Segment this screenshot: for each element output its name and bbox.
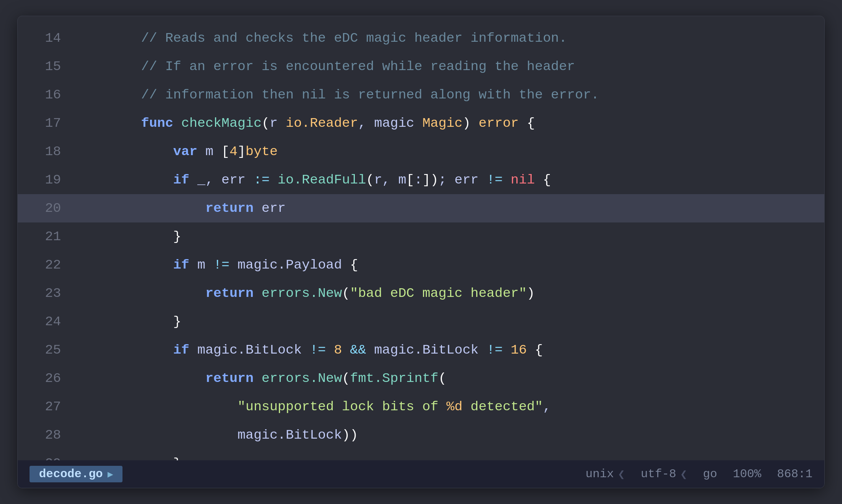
status-bar: decode.go unix ❮ utf-8 ❮ go 100% 868:1 — [18, 460, 824, 488]
line-number-29: 29 — [18, 449, 73, 460]
chevron-icon-encoding: ❮ — [680, 467, 687, 482]
line-content-30: return nil — [73, 449, 824, 460]
status-encoding[interactable]: utf-8 ❮ — [641, 467, 687, 482]
editor-window: 14 // Reads and checks the eDC magic hea… — [17, 16, 825, 488]
line-number-22: 22 — [18, 251, 73, 279]
line-number-15: 15 — [18, 52, 73, 81]
status-line-ending[interactable]: unix ❮ — [586, 467, 625, 482]
line-number-26: 26 — [18, 364, 73, 393]
line-number-28: 28 — [18, 421, 73, 449]
line-number-24: 24 — [18, 308, 73, 336]
status-language[interactable]: go — [703, 467, 717, 481]
line-ending-value: unix — [586, 467, 614, 481]
zoom-value: 100% — [733, 467, 761, 481]
filename-label: decode.go — [39, 467, 103, 481]
encoding-value: utf-8 — [641, 467, 676, 481]
code-area[interactable]: 14 // Reads and checks the eDC magic hea… — [18, 16, 824, 460]
status-zoom: 100% — [733, 467, 761, 481]
chevron-icon-line-ending: ❮ — [618, 467, 625, 482]
language-value: go — [703, 467, 717, 481]
line-number-14: 14 — [18, 24, 73, 52]
filename-tab[interactable]: decode.go — [30, 466, 122, 482]
line-number-18: 18 — [18, 137, 73, 166]
line-number-17: 17 — [18, 109, 73, 137]
line-number-25: 25 — [18, 336, 73, 364]
line-number-21: 21 — [18, 222, 73, 251]
line-number-19: 19 — [18, 166, 73, 194]
status-position: 868:1 — [777, 467, 812, 481]
line-number-27: 27 — [18, 393, 73, 421]
line-number-16: 16 — [18, 81, 73, 109]
line-number-20: 20 — [18, 194, 73, 222]
line-number-23: 23 — [18, 279, 73, 308]
position-value: 868:1 — [777, 467, 812, 481]
